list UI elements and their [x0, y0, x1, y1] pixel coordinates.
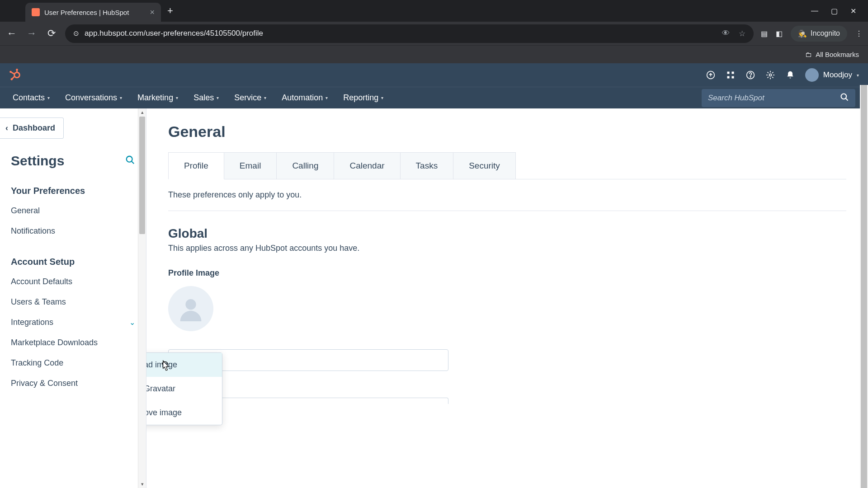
eye-off-icon[interactable]: 👁	[722, 29, 730, 38]
svg-point-13	[750, 76, 751, 77]
sidebar-item-tracking-code[interactable]: Tracking Code	[0, 353, 146, 373]
search-input[interactable]	[708, 94, 840, 103]
sidebar-item-label: General	[11, 206, 40, 216]
sidebar-item-label: Users & Teams	[11, 297, 66, 307]
url-field[interactable]: ⊙ app.hubspot.com/user-preferences/45105…	[65, 24, 754, 43]
bookmarks-bar: 🗀 All Bookmarks	[0, 45, 868, 63]
dropdown-use-gravatar[interactable]: Use Gravatar	[146, 377, 222, 401]
maximize-icon[interactable]: ▢	[831, 7, 838, 15]
incognito-badge[interactable]: 🕵 Incognito	[791, 26, 847, 42]
new-tab-button[interactable]: +	[161, 5, 179, 17]
scroll-down-icon[interactable]: ▾	[138, 481, 146, 487]
close-tab-icon[interactable]: ×	[150, 8, 155, 17]
tab-note: These preferences only apply to you.	[168, 179, 846, 211]
close-window-icon[interactable]: ✕	[850, 7, 856, 15]
profile-image-avatar[interactable]	[168, 286, 213, 331]
global-section-desc: This applies across any HubSpot accounts…	[168, 244, 846, 253]
url-bar: ← → ⟳ ⊙ app.hubspot.com/user-preferences…	[0, 22, 868, 45]
search-box[interactable]	[702, 89, 855, 107]
dropdown-remove-image[interactable]: Remove image	[146, 401, 222, 425]
search-icon[interactable]	[840, 93, 849, 103]
chevron-down-icon: ▾	[381, 95, 383, 100]
scrollbar-thumb[interactable]	[861, 85, 867, 488]
sidebar-scrollbar[interactable]: ▴ ▾	[138, 108, 146, 488]
dashboard-label: Dashboard	[13, 123, 55, 133]
notifications-bell-icon[interactable]	[785, 70, 795, 80]
nav-label: Conversations	[65, 93, 117, 103]
nav-contacts[interactable]: Contacts▾	[13, 93, 50, 103]
sidebar-item-privacy-consent[interactable]: Privacy & Consent	[0, 373, 146, 394]
sidebar-section-account: Account Setup	[0, 250, 146, 272]
nav-reporting[interactable]: Reporting▾	[343, 93, 383, 103]
reading-list-icon[interactable]: ▤	[761, 29, 768, 38]
nav-conversations[interactable]: Conversations▾	[65, 93, 122, 103]
tab-tasks[interactable]: Tasks	[400, 152, 454, 179]
all-bookmarks-button[interactable]: 🗀 All Bookmarks	[805, 51, 859, 58]
tab-email[interactable]: Email	[224, 152, 277, 179]
nav-label: Marketing	[137, 93, 173, 103]
app-body: ‹ Dashboard Settings Your Preferences Ge…	[0, 108, 868, 488]
app-header: Moodjoy ▾	[0, 63, 868, 87]
tab-strip: User Preferences | HubSpot × + — ▢ ✕	[0, 0, 868, 22]
sidebar-item-marketplace-downloads[interactable]: Marketplace Downloads	[0, 333, 146, 353]
settings-gear-icon[interactable]	[765, 70, 775, 80]
reload-button[interactable]: ⟳	[45, 28, 58, 39]
hubspot-favicon	[32, 8, 40, 16]
minimize-icon[interactable]: —	[811, 7, 818, 15]
sidebar-section-preferences: Your Preferences	[0, 179, 146, 201]
page-scrollbar[interactable]	[860, 85, 868, 488]
tab-security[interactable]: Security	[453, 152, 516, 179]
forward-button[interactable]: →	[25, 28, 38, 39]
chevron-down-icon: ▾	[264, 95, 266, 100]
svg-point-4	[16, 69, 18, 71]
user-menu[interactable]: Moodjoy ▾	[805, 68, 859, 82]
profile-image-label: Profile Image	[168, 268, 846, 278]
svg-rect-8	[727, 72, 729, 74]
tab-calendar[interactable]: Calendar	[334, 152, 400, 179]
hubspot-logo-icon[interactable]	[9, 69, 22, 81]
marketplace-icon[interactable]	[726, 70, 736, 80]
chevron-down-icon: ▾	[176, 95, 178, 100]
nav-automation[interactable]: Automation▾	[282, 93, 328, 103]
sidebar-item-label: Tracking Code	[11, 358, 63, 368]
page-title: General	[168, 123, 846, 141]
user-name-label: Moodjoy	[823, 70, 852, 80]
svg-rect-9	[731, 72, 734, 74]
sidebar-item-account-defaults[interactable]: Account Defaults	[0, 272, 146, 292]
help-icon[interactable]	[745, 70, 755, 80]
profile-image-dropdown: Upload image Use Gravatar Remove image	[146, 352, 222, 425]
nav-marketing[interactable]: Marketing▾	[137, 93, 178, 103]
sidebar-item-integrations[interactable]: Integrations⌄	[0, 312, 146, 333]
nav-label: Sales	[193, 93, 214, 103]
sidebar-item-label: Integrations	[11, 318, 53, 327]
settings-search-icon[interactable]	[125, 155, 135, 167]
site-info-icon[interactable]: ⊙	[73, 29, 79, 38]
nav-sales[interactable]: Sales▾	[193, 93, 219, 103]
tab-calling[interactable]: Calling	[276, 152, 334, 179]
sidebar-item-notifications[interactable]: Notifications	[0, 221, 146, 241]
tab-profile[interactable]: Profile	[168, 152, 224, 179]
chevron-down-icon: ▾	[326, 95, 328, 100]
scroll-up-icon[interactable]: ▴	[138, 109, 146, 115]
back-button[interactable]: ←	[5, 28, 18, 39]
svg-rect-11	[731, 76, 734, 79]
sidebar-item-label: Privacy & Consent	[11, 379, 78, 388]
dropdown-upload-image[interactable]: Upload image	[146, 353, 222, 377]
settings-title: Settings	[11, 153, 64, 169]
browser-chrome: User Preferences | HubSpot × + — ▢ ✕ ← →…	[0, 0, 868, 63]
nav-service[interactable]: Service▾	[234, 93, 266, 103]
upgrade-icon[interactable]	[706, 70, 716, 80]
side-panel-icon[interactable]: ◧	[776, 29, 783, 38]
svg-line-16	[846, 98, 848, 100]
bookmark-star-icon[interactable]: ☆	[739, 29, 745, 38]
browser-menu-icon[interactable]: ⋮	[855, 29, 863, 38]
sidebar-item-general[interactable]: General	[0, 201, 146, 221]
main-nav: Contacts▾ Conversations▾ Marketing▾ Sale…	[0, 87, 868, 108]
back-to-dashboard-button[interactable]: ‹ Dashboard	[0, 117, 64, 139]
browser-tab[interactable]: User Preferences | HubSpot ×	[25, 3, 161, 22]
scrollbar-thumb[interactable]	[139, 117, 145, 234]
chevron-down-icon: ▾	[120, 95, 122, 100]
sidebar-item-users-teams[interactable]: Users & Teams	[0, 292, 146, 312]
incognito-icon: 🕵	[798, 29, 807, 38]
sidebar-item-label: Account Defaults	[11, 277, 72, 286]
